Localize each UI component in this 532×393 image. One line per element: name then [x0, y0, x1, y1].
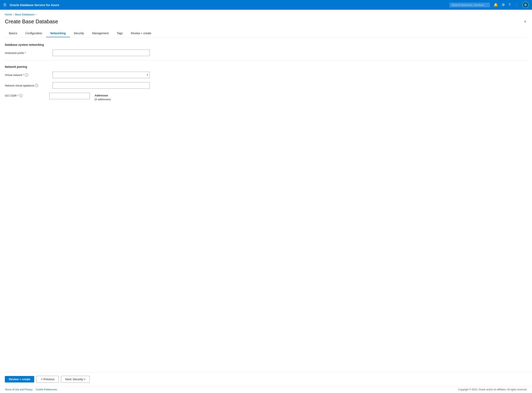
virtual-network-label: Virtual network * i: [5, 73, 49, 77]
tab-networking[interactable]: Networking: [46, 29, 70, 37]
oci-cidr-label: OCI CIDR * i: [5, 93, 49, 97]
breadcrumb-home[interactable]: Home: [5, 13, 12, 16]
main-container: Home › Base Databases › Create Base Data…: [0, 10, 532, 372]
hostname-required-star: *: [25, 51, 26, 54]
topnav-icons-group: 🔔 ⚙ ? 👤 D: [450, 2, 529, 8]
next-security-button[interactable]: Next: Security >: [61, 376, 90, 383]
virtual-network-select-wrapper: ▾: [53, 72, 150, 78]
section-network-peering-title: Network peering: [5, 65, 527, 69]
tab-tags[interactable]: Tags: [113, 29, 127, 37]
tab-management[interactable]: Management: [88, 29, 113, 37]
avatar[interactable]: D: [522, 2, 529, 8]
network-appliance-label: Network virtual appliance i: [5, 84, 49, 87]
virtual-network-row: Virtual network * i ▾: [5, 72, 527, 78]
network-appliance-info-icon[interactable]: i: [35, 84, 38, 87]
tab-basics[interactable]: Basics: [5, 29, 21, 37]
oci-cidr-input[interactable]: [49, 93, 90, 99]
breadcrumb-base-databases[interactable]: Base Databases: [15, 13, 34, 16]
section-networking-title: Database system networking: [5, 43, 527, 46]
section-divider: [5, 60, 527, 60]
tab-configuration[interactable]: Configuration: [21, 29, 46, 37]
footer-action-bar: Review + create < Previous Next: Securit…: [0, 372, 532, 386]
tab-bar: Basics Configuration Networking Security…: [5, 29, 527, 37]
hostname-prefix-row: Hostname prefix *: [5, 50, 527, 56]
global-search-input[interactable]: [450, 3, 490, 7]
breadcrumb-separator-1: ›: [13, 13, 14, 16]
form-content: Database system networking Hostname pref…: [5, 43, 527, 105]
settings-icon[interactable]: ⚙: [502, 3, 505, 7]
oci-cidr-info-icon[interactable]: i: [19, 94, 23, 97]
cookie-preferences-link[interactable]: Cookie Preferences: [36, 388, 57, 391]
hamburger-menu-icon[interactable]: ☰: [3, 3, 6, 7]
oci-cidr-required-star: *: [18, 94, 19, 97]
addresses-col: Addresses (0 addresses): [95, 93, 111, 101]
virtual-network-required-star: *: [23, 74, 24, 77]
breadcrumb-separator-2: ›: [36, 13, 36, 16]
review-create-button[interactable]: Review + create: [5, 376, 34, 383]
tab-security[interactable]: Security: [70, 29, 88, 37]
breadcrumb: Home › Base Databases ›: [5, 13, 527, 16]
page-title: Create Base Database: [5, 18, 58, 25]
hostname-prefix-input[interactable]: [53, 50, 150, 56]
top-navigation: ☰ Oracle Database Service for Azure 🔔 ⚙ …: [0, 0, 532, 10]
previous-button[interactable]: < Previous: [37, 376, 59, 383]
copyright-text: Copyright © 2022, Oracle and/or its affi…: [458, 388, 527, 391]
close-button[interactable]: ×: [523, 18, 527, 25]
app-title: Oracle Database Service for Azure: [10, 3, 450, 7]
terms-of-use-link[interactable]: Terms of Use and Privacy: [5, 388, 33, 391]
network-appliance-row: Network virtual appliance i: [5, 82, 527, 89]
bottom-footer: Terms of Use and Privacy Cookie Preferen…: [0, 386, 532, 393]
page-header: Create Base Database ×: [5, 18, 527, 25]
help-icon[interactable]: ?: [508, 3, 511, 7]
addresses-label: Addresses: [95, 94, 111, 97]
footer-links: Terms of Use and Privacy Cookie Preferen…: [5, 388, 57, 391]
oci-cidr-row: OCI CIDR * i Addresses (0 addresses): [5, 93, 527, 101]
feedback-icon[interactable]: 👤: [514, 3, 519, 7]
tab-review-create[interactable]: Review + create: [127, 29, 155, 37]
network-appliance-input[interactable]: [53, 82, 150, 89]
virtual-network-info-icon[interactable]: i: [25, 73, 28, 77]
oci-cidr-input-col: [49, 93, 90, 99]
virtual-network-select[interactable]: [53, 72, 150, 78]
addresses-count: (0 addresses): [95, 98, 111, 101]
notification-icon[interactable]: 🔔: [494, 3, 498, 7]
hostname-prefix-label: Hostname prefix *: [5, 51, 49, 54]
